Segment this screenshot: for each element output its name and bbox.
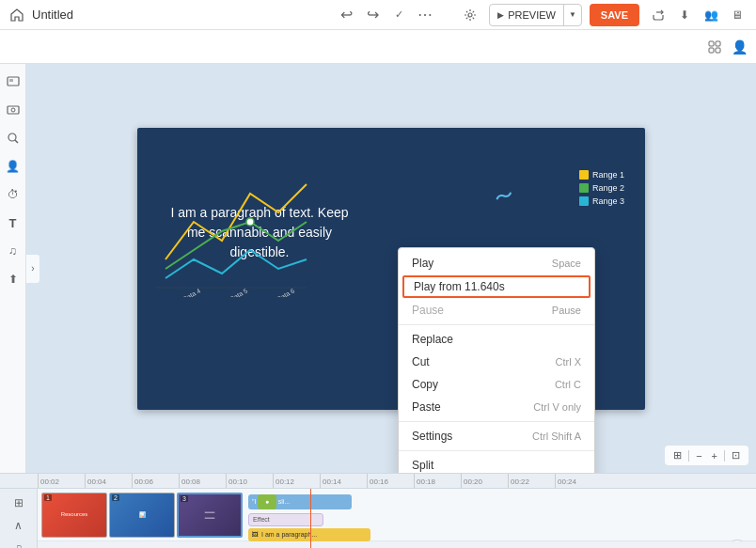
- topbar-left: Untitled: [8, 6, 327, 24]
- ctx-settings-label: Settings: [412, 430, 452, 443]
- users-icon[interactable]: 👥: [700, 4, 722, 26]
- effect-track-element[interactable]: Effect: [248, 513, 323, 526]
- zoom-out-button[interactable]: −: [693, 449, 704, 462]
- topbar-right: ⬇ 👥 🖥: [647, 4, 748, 26]
- sidebar-text-icon[interactable]: T: [3, 212, 24, 233]
- redo-button[interactable]: ↪: [361, 4, 384, 26]
- slide-thumb-1[interactable]: 1 Resources: [41, 493, 107, 538]
- ctx-split-label: Split: [412, 459, 433, 472]
- svg-rect-8: [8, 106, 19, 114]
- top-bar: Untitled ↩ ↪ ✓ ⋯ ▶ PREVIEW ▼ SAVE ⬇: [0, 0, 756, 30]
- svg-point-16: [246, 218, 254, 226]
- preview-button[interactable]: ▶ PREVIEW ▼: [489, 4, 582, 26]
- ruler-mark-12: 00:24: [555, 474, 602, 488]
- ctx-replace[interactable]: Replace: [399, 328, 594, 351]
- chart-svg: Data 4 Data 5 Data 6: [156, 165, 344, 297]
- slide-2-content: 📊: [139, 511, 146, 518]
- topbar-actions: ↩ ↪ ✓ ⋯: [335, 4, 436, 26]
- grid-toggle-button[interactable]: ⊞: [670, 448, 685, 462]
- home-icon[interactable]: [8, 6, 26, 24]
- preview-main[interactable]: ▶ PREVIEW: [490, 5, 564, 25]
- ruler-mark-2: 00:04: [85, 474, 132, 488]
- ruler-mark-6: 00:12: [273, 474, 320, 488]
- ruler-mark-1: 00:02: [38, 474, 85, 488]
- ctx-pause: Pause Pause: [399, 299, 594, 321]
- slide-thumb-2[interactable]: 2 📊: [109, 493, 175, 538]
- ctx-copy-shortcut: Ctrl C: [555, 379, 581, 390]
- document-title: Untitled: [32, 8, 73, 22]
- effect-indicator[interactable]: ●: [258, 494, 276, 509]
- sidebar-media-icon[interactable]: [3, 100, 24, 120]
- slide-1-content: Resources: [61, 511, 88, 518]
- ctx-replace-label: Replace: [412, 333, 453, 346]
- ruler-mark-9: 00:18: [414, 474, 461, 488]
- tl-collapse-icon[interactable]: ∧: [8, 515, 29, 536]
- timeline-content: ⊞ ∧ ♫ 1 Resources 2 📊 3 ════: [0, 489, 756, 548]
- tl-grid-icon[interactable]: ⊞: [8, 493, 29, 513]
- sidebar-user-icon[interactable]: 👤: [3, 156, 24, 177]
- zoom-in-button[interactable]: +: [709, 449, 720, 462]
- left-sidebar: 👤 ⏱ T ♫ ⬆: [0, 64, 26, 473]
- legend-item-3: Range 3: [579, 196, 624, 206]
- checkmark-icon[interactable]: ✓: [387, 4, 410, 26]
- ctx-play-shortcut: Space: [552, 258, 581, 269]
- ruler-mark-8: 00:16: [367, 474, 414, 488]
- download-icon[interactable]: ⬇: [673, 4, 696, 26]
- canvas-bottom-toolbar: ⊞ − + ⊡: [665, 446, 748, 465]
- sidebar-music-icon[interactable]: ♫: [3, 241, 24, 261]
- context-menu: Play Space Play from 11.640s Pause Pause…: [398, 247, 595, 473]
- svg-text:Data 6: Data 6: [276, 287, 295, 297]
- ctx-split[interactable]: Split: [399, 454, 594, 473]
- preview-label: PREVIEW: [508, 9, 556, 21]
- ctx-play-from[interactable]: Play from 11.640s: [402, 275, 591, 298]
- save-button[interactable]: SAVE: [590, 4, 639, 26]
- ruler-mark-3: 00:06: [132, 474, 179, 488]
- grid-view-icon[interactable]: [705, 38, 724, 56]
- legend-label-2: Range 2: [592, 183, 624, 193]
- slide-thumb-1-number: 1: [44, 494, 52, 501]
- legend-label-3: Range 3: [592, 196, 624, 206]
- more-options-button[interactable]: ⋯: [414, 4, 436, 26]
- monitor-icon[interactable]: 🖥: [726, 4, 748, 26]
- divider: [688, 450, 689, 462]
- preview-dropdown-arrow[interactable]: ▼: [564, 5, 581, 25]
- legend-dot-3: [579, 196, 589, 206]
- sidebar-upload-icon[interactable]: ⬆: [3, 269, 24, 290]
- tl-audio-icon[interactable]: ♫: [8, 538, 29, 548]
- slide-thumb-2-number: 2: [112, 494, 119, 501]
- ctx-cut-shortcut: Ctrl X: [556, 356, 582, 368]
- decoration-squiggle: 〜: [491, 181, 517, 211]
- slides-track: 1 Resources 2 📊 3 ══════ "I am...a sli..…: [38, 489, 756, 541]
- ctx-divider-2: [399, 421, 594, 422]
- ruler-mark-4: 00:08: [179, 474, 226, 488]
- ctx-paste-shortcut: Ctrl V only: [533, 401, 581, 413]
- ctx-settings[interactable]: Settings Ctrl Shift A: [399, 425, 594, 447]
- ctx-play-from-label: Play from 11.640s: [414, 280, 505, 293]
- ctx-paste-label: Paste: [412, 400, 441, 414]
- playhead[interactable]: [310, 489, 311, 548]
- share-icon[interactable]: [647, 4, 669, 26]
- undo-button[interactable]: ↩: [335, 4, 357, 26]
- sidebar-slides-icon[interactable]: [3, 71, 24, 92]
- legend-dot-2: [579, 183, 589, 193]
- paragraph-track-element[interactable]: 🖼I am a paragraph...: [248, 528, 370, 541]
- legend-item-1: Range 1: [579, 170, 624, 180]
- ctx-copy[interactable]: Copy Ctrl C: [399, 373, 594, 396]
- ctx-play[interactable]: Play Space: [399, 252, 594, 274]
- ctx-divider-3: [399, 450, 594, 451]
- timeline-ruler: 00:02 00:04 00:06 00:08 00:10 00:12 00:1…: [0, 474, 756, 489]
- expand-panel-arrow[interactable]: ›: [26, 255, 39, 283]
- ctx-pause-label: Pause: [412, 304, 444, 317]
- fit-screen-button[interactable]: ⊡: [729, 448, 743, 462]
- ctx-cut[interactable]: Cut Ctrl X: [399, 351, 594, 373]
- ctx-play-label: Play: [412, 257, 433, 270]
- account-icon[interactable]: 👤: [730, 38, 748, 56]
- settings-icon[interactable]: [459, 4, 481, 26]
- sidebar-search-icon[interactable]: [3, 128, 24, 149]
- ctx-paste[interactable]: Paste Ctrl V only: [399, 396, 594, 418]
- slide-thumb-3[interactable]: 3 ══════: [177, 493, 243, 538]
- ruler-marks: 00:02 00:04 00:06 00:08 00:10 00:12 00:1…: [38, 474, 756, 488]
- audio-track-row: ♫: [38, 541, 756, 548]
- sidebar-clock-icon[interactable]: ⏱: [3, 184, 24, 205]
- chart-legend: Range 1 Range 2 Range 3: [579, 170, 624, 206]
